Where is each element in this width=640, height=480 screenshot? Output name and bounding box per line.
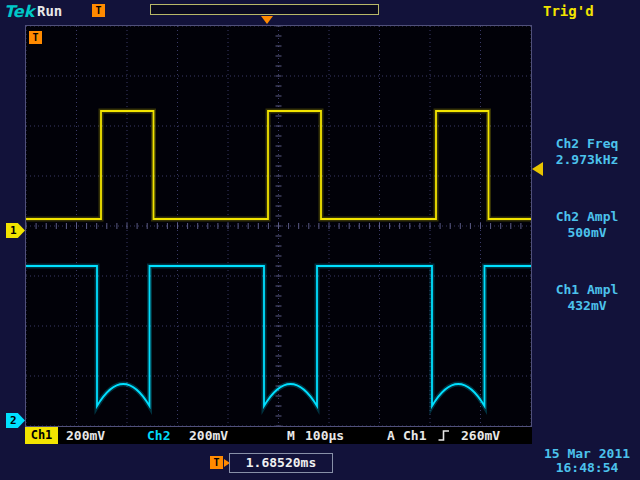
ch1-channel-badge: Ch1 [25,427,58,444]
timebase-readout: 100µs [305,427,344,444]
waveform-plot [26,26,531,426]
ch2-channel-badge: Ch2 [147,427,170,444]
status-bar: Ch1 200mV Ch2 200mV M 100µs A Ch1 260mV [25,427,532,444]
measurement-label: Ch2 Ampl [536,209,638,225]
ch1-ground-marker: 1 [6,223,25,238]
measurement-value: 500mV [536,225,638,241]
measurement-label: Ch1 Ampl [536,282,638,298]
measurement-ch2-ampl: Ch2 Ampl 500mV [536,209,638,241]
horizontal-position-readout: 1.68520ms [229,453,333,473]
trigger-t-icon-top: T [92,4,105,17]
measurement-ch1-ampl: Ch1 Ampl 432mV [536,282,638,314]
rising-edge-icon [437,429,450,446]
measurement-value: 432mV [536,298,638,314]
oscilloscope-screen: Tek Run T Trig'd T 1 2 Ch2 Freq 2.973kHz… [0,0,640,480]
ch1-scale-readout: 200mV [66,427,105,444]
trigger-status: Trig'd [543,3,594,19]
measurement-value: 2.973kHz [536,152,638,168]
trigger-t-icon-corner: T [29,31,42,44]
acquisition-status: Run [37,3,62,19]
trigger-t-icon-footer: T [210,456,223,469]
time-readout: 16:48:54 [536,461,638,475]
trigger-level-readout: 260mV [461,427,500,444]
graticule: T [25,25,532,427]
measurement-label: Ch2 Freq [536,136,638,152]
trigger-position-arrow-icon [261,16,273,24]
ch2-ground-marker: 2 [6,413,25,428]
measurement-ch2-freq: Ch2 Freq 2.973kHz [536,136,638,168]
record-view-bar [150,4,379,15]
trigger-prefix: A [387,427,395,444]
tek-logo: Tek [4,2,34,21]
timebase-label: M [287,427,295,444]
date-readout: 15 Mar 2011 [536,447,638,461]
ch2-scale-readout: 200mV [189,427,228,444]
trigger-source-readout: Ch1 [403,427,426,444]
